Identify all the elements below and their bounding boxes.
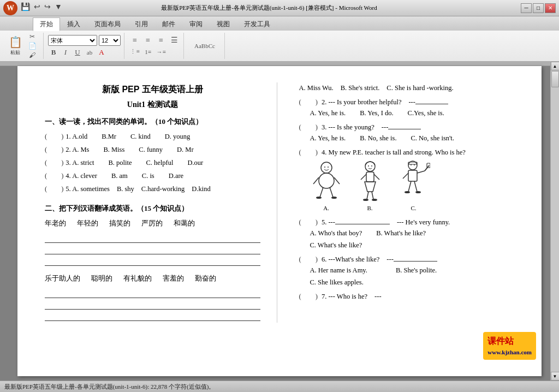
answer-line [45, 300, 260, 310]
word8: 有礼貌的 [123, 273, 152, 284]
status-text: 最新版PEP英语五年级上册-各单元测试题(unit-1-unit-6): 22,… [4, 383, 215, 391]
tab-mail[interactable]: 邮件 [155, 17, 182, 31]
word3: 搞笑的 [109, 218, 130, 229]
q1-text: 1. A.old B.Mr C. kind D. young [66, 131, 190, 142]
paren: ( ) [45, 183, 63, 194]
number-list-button[interactable]: 1≡ [142, 47, 154, 57]
svg-point-19 [371, 165, 372, 167]
word10: 勤奋的 [195, 273, 216, 284]
document-area: ▲ ▼ 新版 PEP 五年级英语上册 Unit1 检测试题 一、读一读，找出不同… [0, 62, 559, 381]
svg-point-6 [316, 197, 322, 199]
undo-button[interactable]: ↩ [33, 2, 41, 12]
column-divider [277, 82, 277, 323]
close-button[interactable]: ✕ [545, 3, 556, 13]
document-page: 新版 PEP 五年级英语上册 Unit1 检测试题 一、读一读，找出不同类的单词… [17, 66, 542, 376]
answer-line [45, 233, 260, 243]
bullet-list-button[interactable]: ⋮≡ [129, 47, 141, 57]
svg-line-14 [367, 192, 368, 199]
char-figure-b: B. [354, 160, 386, 213]
justify-button[interactable]: ☰ [168, 35, 180, 45]
strikethrough-button[interactable]: ab [84, 47, 95, 57]
underline-button[interactable]: U [72, 47, 83, 57]
font-family-select[interactable]: 宋体 [48, 35, 97, 46]
words-row1: 年老的 年轻的 搞笑的 严厉的 和蔼的 [45, 218, 260, 229]
svg-line-5 [330, 187, 333, 197]
scroll-track[interactable] [551, 70, 560, 372]
customize-button[interactable]: ▼ [53, 2, 63, 12]
tab-layout[interactable]: 页面布局 [87, 17, 128, 31]
watermark-text2: www.kjzhan.com [487, 348, 532, 358]
paren: ( ) [45, 131, 63, 142]
ribbon-tabs: 开始 插入 页面布局 引用 邮件 审阅 视图 开发工具 [0, 16, 559, 31]
copy-button[interactable]: 📄 [25, 42, 40, 50]
italic-button[interactable]: I [60, 47, 71, 57]
redo-button[interactable]: ↪ [43, 2, 52, 12]
align-left-button[interactable]: ≡ [129, 35, 141, 45]
tab-start[interactable]: 开始 [33, 17, 60, 31]
paste-button[interactable]: 📋 粘贴 [8, 37, 23, 55]
svg-rect-22 [408, 170, 417, 181]
char-b-svg [354, 160, 386, 204]
right-q2-options: A. Yes, he is. B. Yes, I do. C.Yes, she … [299, 108, 515, 118]
window-controls: ─ □ ✕ [521, 3, 556, 13]
cut-button[interactable]: ✂ [25, 33, 40, 41]
right-q3: ( ) 3. --- Is she young? --- A. Yes, he … [299, 122, 515, 144]
table-row: ( ) 1. A.old B.Mr C. kind D. young [45, 131, 260, 142]
minimize-button[interactable]: ─ [521, 3, 532, 13]
svg-point-8 [324, 167, 325, 168]
word7: 聪明的 [91, 273, 112, 284]
scroll-up-button[interactable]: ▲ [551, 62, 560, 70]
svg-line-23 [403, 173, 408, 179]
char-a-svg [310, 160, 343, 204]
office-button[interactable]: W [3, 1, 17, 15]
paragraph-group: ≡ ≡ ≡ ☰ ⋮≡ 1≡ →≡ [126, 33, 184, 59]
svg-line-24 [417, 171, 425, 173]
clipboard-group: 📋 粘贴 ✂ 📄 🖌 [4, 33, 44, 59]
char-label-a: A. [323, 204, 329, 213]
section2-heading: 二、把下列汉语翻译成英语。（15 个知识点） [45, 203, 260, 215]
font-size-select[interactable]: 12 [99, 35, 121, 46]
tab-dev[interactable]: 开发工具 [237, 17, 277, 31]
format-paint-button[interactable]: 🖌 [25, 51, 40, 60]
characters-row: A. [310, 160, 515, 213]
left-column: 新版 PEP 五年级英语上册 Unit1 检测试题 一、读一读，找出不同类的单词… [45, 82, 260, 323]
save-button[interactable]: 💾 [20, 2, 31, 12]
scroll-thumb[interactable] [551, 71, 559, 87]
tab-insert[interactable]: 插入 [60, 17, 87, 31]
table-row: ( ) 2. A. Ms B. Miss C. funny D. Mr [45, 144, 260, 155]
align-center-button[interactable]: ≡ [142, 35, 154, 45]
vertical-scrollbar[interactable]: ▲ ▼ [550, 62, 559, 381]
right-q5: ( ) 5. --- --- He's very funny. A. Who's… [299, 217, 515, 251]
maximize-button[interactable]: □ [533, 3, 544, 13]
answer-line [45, 245, 260, 254]
watermark: 课件站 www.kjzhan.com [483, 332, 536, 360]
right-q7: ( ) 7. --- Who is he? --- [299, 291, 515, 302]
tab-review[interactable]: 审阅 [182, 17, 210, 31]
page-content: 新版 PEP 五年级英语上册 Unit1 检测试题 一、读一读，找出不同类的单词… [45, 82, 514, 323]
right-q4-text: ( ) 4. My new P.E. teacher is tall and s… [299, 147, 515, 158]
styles-button[interactable]: AaBbCc [188, 37, 221, 55]
tab-view[interactable]: 视图 [210, 17, 237, 31]
right-q3-text: ( ) 3. --- Is she young? --- [299, 122, 515, 133]
align-right-button[interactable]: ≡ [155, 35, 167, 45]
svg-line-27 [408, 181, 411, 192]
svg-point-0 [321, 162, 332, 173]
bold-button[interactable]: B [48, 47, 59, 57]
doc-subtitle: Unit1 检测试题 [45, 99, 260, 111]
font-color-button[interactable]: A [96, 47, 107, 57]
scroll-down-button[interactable]: ▼ [551, 372, 560, 381]
svg-line-4 [320, 187, 323, 197]
tab-reference[interactable]: 引用 [128, 17, 155, 31]
svg-point-9 [328, 167, 329, 168]
char-c-svg [397, 160, 430, 204]
svg-line-15 [372, 192, 373, 199]
word1: 年老的 [45, 218, 66, 229]
svg-line-28 [414, 181, 417, 192]
q5-text: 5. A. sometimes B. shy C.hard-working D.… [66, 183, 210, 194]
right-q5-options2: C. What's she like? [299, 240, 515, 251]
right-q2: ( ) 2. --- Is your brother helpful? --- … [299, 97, 515, 118]
char-label-b: B. [367, 204, 372, 213]
indent-button[interactable]: →≡ [155, 47, 167, 57]
word5: 和蔼的 [174, 218, 195, 229]
right-q5-text: ( ) 5. --- --- He's very funny. [299, 217, 515, 228]
